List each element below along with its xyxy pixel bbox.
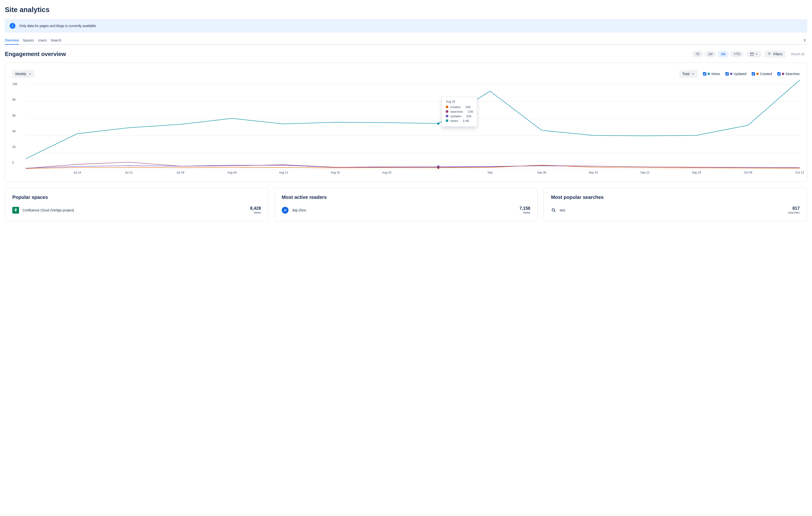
- y-axis-label: 8K: [12, 98, 16, 102]
- x-axis-label: Sep 08: [537, 171, 546, 174]
- most-popular-searches-card: Most popular searches test 817 searches: [544, 188, 807, 221]
- tooltip-row-value: 330: [466, 114, 471, 118]
- legend-item-created[interactable]: Created: [752, 72, 772, 76]
- svg-point-1: [552, 208, 555, 211]
- card-title: Most popular searches: [551, 195, 800, 200]
- legend-checkbox-views[interactable]: [703, 72, 706, 76]
- tooltip-row-searches: searches 239: [446, 110, 473, 113]
- legend-dot-icon: [756, 73, 759, 75]
- x-axis-label: Sep 29: [692, 171, 701, 174]
- chevron-down-icon: [755, 52, 758, 56]
- x-axis-label: Sep 15: [589, 171, 598, 174]
- y-axis-label: 4K: [12, 130, 16, 133]
- space-views-value: 8,428: [250, 206, 261, 211]
- legend-dot-icon: [730, 73, 732, 75]
- legend-dot-icon: [782, 73, 784, 75]
- space-views-unit: views: [250, 211, 261, 214]
- space-avatar-icon: [12, 207, 19, 213]
- most-active-readers-card: Most active readers JZ Jiaji Zhou 7,158 …: [274, 188, 538, 221]
- engagement-chart-card: Weekly Total ViewsUpdatedCreatedSearches…: [5, 62, 807, 182]
- tab-list: OverviewSpacesUsersSearch: [5, 36, 61, 44]
- legend-label: Searches: [785, 72, 800, 76]
- tab-users[interactable]: Users: [38, 36, 47, 44]
- filter-icon: [767, 52, 771, 56]
- x-axis-label: Oct 13: [795, 171, 804, 174]
- granularity-label: Weekly: [15, 72, 26, 76]
- tooltip-row-label: creates: [450, 105, 461, 109]
- x-axis-label: Jul 14: [73, 171, 81, 174]
- legend-checkbox-created[interactable]: [752, 72, 755, 76]
- range-chip-1m[interactable]: 1M: [705, 51, 716, 57]
- page-title: Site analytics: [5, 6, 807, 14]
- tooltip-row-creates: creates 190: [446, 105, 473, 109]
- help-icon[interactable]: ?: [802, 38, 807, 42]
- series-line-views: [26, 80, 800, 159]
- tooltip-row-updates: updates 330: [446, 114, 473, 118]
- gridline: [26, 169, 800, 170]
- aggregate-select[interactable]: Total: [679, 70, 698, 78]
- card-title: Most active readers: [282, 195, 530, 200]
- legend-label: Views: [711, 72, 720, 76]
- chart-tooltip: Aug 26creates 190searches 239updates 330…: [442, 97, 477, 127]
- y-axis-label: 10K: [12, 82, 18, 86]
- reader-name[interactable]: Jiaji Zhou: [292, 208, 307, 212]
- granularity-select[interactable]: Weekly: [12, 70, 34, 78]
- x-axis-label: Oct 06: [744, 171, 752, 174]
- x-axis-label: Aug 11: [279, 171, 288, 174]
- chart-marker-searches: [437, 166, 439, 169]
- tooltip-row-label: updates: [450, 114, 461, 118]
- x-axis-label: Jul 28: [177, 171, 184, 174]
- range-chip-7d[interactable]: 7D: [692, 51, 703, 57]
- tooltip-swatch-icon: [446, 115, 448, 117]
- space-name[interactable]: Confluence Cloud (Vertigo project): [23, 208, 74, 212]
- tab-search[interactable]: Search: [51, 36, 61, 44]
- y-axis-label: 2K: [12, 145, 16, 149]
- legend-item-views[interactable]: Views: [703, 72, 720, 76]
- x-axis-label: Jul 21: [125, 171, 133, 174]
- reset-all-button[interactable]: Reset all: [788, 51, 807, 58]
- search-icon: [551, 207, 556, 213]
- tooltip-title: Aug 26: [446, 100, 473, 103]
- range-chip-3m[interactable]: 3M: [718, 51, 729, 57]
- search-term[interactable]: test: [560, 208, 565, 212]
- info-banner-text: Only data for pages and blogs is current…: [19, 24, 96, 28]
- chart-marker-views: [437, 122, 439, 125]
- x-axis-label: Aug 04: [228, 171, 237, 174]
- y-axis-label: 6K: [12, 114, 16, 117]
- calendar-icon: [750, 52, 754, 56]
- legend-checkbox-searches[interactable]: [777, 72, 781, 76]
- legend-label: Created: [760, 72, 772, 76]
- chevron-down-icon: [691, 72, 695, 76]
- range-chip-group: 7D1M3MYTD: [692, 51, 744, 57]
- legend-checkbox-updated[interactable]: [725, 72, 729, 76]
- reader-views-unit: views: [519, 211, 530, 214]
- info-icon: i: [10, 23, 16, 29]
- tooltip-row-value: 239: [468, 110, 473, 113]
- x-axis-label: Sep 22: [640, 171, 649, 174]
- reader-views-value: 7,158: [519, 206, 530, 211]
- user-avatar: JZ: [282, 207, 289, 213]
- card-title: Popular spaces: [12, 195, 261, 200]
- tooltip-row-label: searches: [450, 110, 463, 113]
- search-count-unit: searches: [788, 211, 800, 214]
- legend-item-searches[interactable]: Searches: [777, 72, 800, 76]
- x-axis-label: Aug 18: [331, 171, 340, 174]
- svg-rect-0: [751, 53, 753, 56]
- filters-button-label: Filters: [773, 52, 782, 56]
- range-chip-ytd[interactable]: YTD: [730, 51, 744, 57]
- tooltip-swatch-icon: [446, 110, 448, 113]
- legend-item-updated[interactable]: Updated: [725, 72, 746, 76]
- chevron-down-icon: [28, 72, 32, 76]
- date-picker-button[interactable]: [747, 51, 761, 57]
- x-axis-label: Aug 25: [382, 171, 392, 174]
- tooltip-row-value: 5.4K: [463, 119, 469, 123]
- tab-overview[interactable]: Overview: [5, 36, 19, 44]
- aggregate-label: Total: [682, 72, 690, 76]
- filters-button[interactable]: Filters: [764, 51, 785, 58]
- engagement-line-chart: 02K4K6K8K10K Aug 26creates 190searches 2…: [12, 80, 800, 177]
- tab-spaces[interactable]: Spaces: [23, 36, 34, 44]
- info-banner: i Only data for pages and blogs is curre…: [5, 19, 807, 33]
- search-count-value: 817: [788, 206, 800, 211]
- tooltip-row-label: views: [450, 119, 458, 123]
- tooltip-row-views: views 5.4K: [446, 119, 473, 123]
